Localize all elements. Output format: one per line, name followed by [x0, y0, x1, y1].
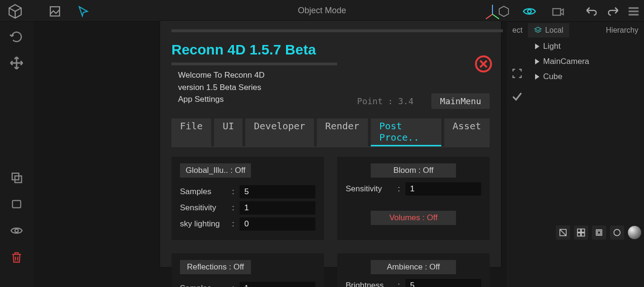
panels-grid: Global_Illu.. : Off Samples : 5 Sensitiv… [171, 157, 490, 287]
reflections-toggle[interactable]: Reflections : Off [180, 260, 251, 274]
tab-local-label: Local [545, 26, 563, 35]
eye-icon-button[interactable] [521, 3, 538, 20]
tab-file[interactable]: File [171, 118, 211, 146]
gi-sensitivity-label: Sensitivity [180, 203, 232, 213]
settings-tabs: File UI Developer Render Post Proce.. As… [171, 118, 490, 147]
move-tool-icon[interactable] [5, 51, 28, 75]
cursor-icon-button[interactable] [75, 3, 92, 20]
wireframe-cube-icon[interactable] [495, 3, 512, 20]
confirm-check-icon[interactable] [510, 89, 524, 103]
expand-icon [535, 44, 539, 49]
svg-rect-21 [598, 231, 601, 234]
decor-bar [171, 63, 337, 65]
tab-post-process[interactable]: Post Proce.. [371, 118, 441, 146]
bloom-sensitivity-label: Sensitivity [346, 184, 398, 194]
camera-icon-button[interactable] [549, 3, 566, 20]
svg-rect-16 [578, 229, 581, 233]
bloom-sensitivity-value[interactable]: 1 [405, 182, 481, 196]
refl-samples-value[interactable]: 1 [240, 282, 315, 287]
svg-point-4 [528, 9, 531, 13]
svg-rect-11 [12, 200, 20, 207]
amb-brightness-row: Brightness : 5 [346, 279, 481, 287]
tab-ect[interactable]: ect [507, 23, 528, 37]
hierarchy-label: Cube [543, 72, 563, 81]
hierarchy-item-maincamera[interactable]: MainCamera [507, 54, 644, 69]
mode-label: Object Mode [0, 6, 644, 16]
gi-sky-value[interactable]: 0 [240, 217, 315, 231]
shading-material-sphere[interactable] [628, 226, 641, 239]
tab-ui[interactable]: UI [214, 118, 242, 146]
tab-local[interactable]: Local [528, 23, 569, 37]
redo-icon-button[interactable] [605, 3, 622, 20]
reflections-panel: Reflections : Off Samples : 1 [171, 253, 324, 287]
cube-icon-button[interactable] [7, 3, 24, 20]
gi-samples-value[interactable]: 5 [240, 185, 315, 198]
refresh-tool-icon[interactable] [5, 25, 28, 48]
hierarchy-label: MainCamera [543, 57, 589, 66]
bloom-toggle[interactable]: Bloom : Off [371, 163, 456, 178]
amb-brightness-label: Brightness [346, 281, 398, 287]
gi-sensitivity-value[interactable]: 1 [240, 201, 315, 215]
gi-samples-row: Samples : 5 [180, 185, 315, 198]
close-button[interactable] [474, 55, 492, 73]
top-toolbar: Object Mode [0, 0, 644, 22]
hierarchy-item-light[interactable]: Light [507, 39, 644, 54]
hierarchy-item-cube[interactable]: Cube [507, 69, 644, 84]
global-illumination-panel: Global_Illu.. : Off Samples : 5 Sensitiv… [171, 157, 324, 240]
gi-sky-label: sky lighting [180, 219, 232, 229]
tab-render[interactable]: Render [317, 118, 368, 146]
duplicate-tool-icon[interactable] [5, 166, 28, 189]
svg-rect-17 [581, 229, 585, 233]
bloom-panel: Bloom : Off Sensitivity : 1 Volumes : Of… [337, 157, 490, 240]
refl-samples-row: Samples : 1 [180, 282, 315, 287]
ambience-toggle[interactable]: Ambience : Off [371, 260, 456, 274]
left-toolbar [0, 22, 33, 287]
svg-rect-19 [581, 233, 585, 236]
viewport-shading-toolbar [556, 225, 641, 240]
tab-asset[interactable]: Asset [444, 118, 490, 146]
shading-circle-icon[interactable] [610, 225, 624, 240]
stack-icon [534, 26, 542, 35]
expand-icon [535, 74, 539, 80]
visibility-tool-icon[interactable] [5, 219, 28, 242]
hierarchy-label: Light [543, 42, 561, 51]
shading-flat-icon[interactable] [556, 225, 570, 240]
right-panel-tabs: ect Local Hierarchy [507, 22, 644, 39]
image-icon-button[interactable] [46, 3, 63, 20]
svg-rect-18 [578, 233, 581, 236]
mainmenu-button[interactable]: MainMenu [431, 93, 490, 109]
volumes-toggle[interactable]: Volumes : Off [371, 211, 456, 225]
svg-line-2 [486, 14, 492, 19]
bloom-sensitivity-row: Sensitivity : 1 [346, 182, 481, 196]
shading-grid-icon[interactable] [574, 225, 588, 240]
right-panel: ect Local Hierarchy Light MainCamera Cub… [507, 22, 644, 287]
gi-samples-label: Samples [180, 187, 232, 197]
svg-point-12 [15, 229, 18, 233]
expand-icon [535, 59, 539, 64]
gi-sensitivity-row: Sensitivity : 1 [180, 201, 315, 215]
dialog-title: Reconn 4D 1.5.7 Beta [171, 42, 490, 58]
undo-icon-button[interactable] [582, 3, 599, 20]
ambience-panel: Ambience : Off Brightness : 5 [337, 253, 490, 287]
svg-point-22 [614, 229, 620, 235]
welcome-line2: version 1.5 Beta Series [178, 81, 490, 94]
svg-rect-5 [553, 9, 561, 15]
tab-hierarchy[interactable]: Hierarchy [600, 23, 644, 37]
viewport-mid-icons [508, 66, 527, 103]
tab-developer[interactable]: Developer [245, 118, 313, 146]
refl-samples-label: Samples [180, 284, 232, 287]
gi-toggle[interactable]: Global_Illu.. : Off [180, 163, 251, 178]
gi-sky-row: sky lighting : 0 [180, 217, 315, 231]
amb-brightness-value[interactable]: 5 [405, 279, 481, 287]
hamburger-menu-icon[interactable] [625, 3, 642, 20]
decor-bar [171, 29, 503, 32]
frame-select-icon[interactable] [510, 66, 524, 81]
point-label: Point : 3.4 [357, 96, 413, 106]
plane-tool-icon[interactable] [5, 192, 28, 216]
shading-box-icon[interactable] [592, 225, 606, 240]
welcome-line1: Welcome To Reconn 4D [178, 69, 490, 81]
settings-dialog: Reconn 4D 1.5.7 Beta Welcome To Reconn 4… [160, 21, 501, 267]
delete-tool-icon[interactable] [5, 245, 28, 269]
